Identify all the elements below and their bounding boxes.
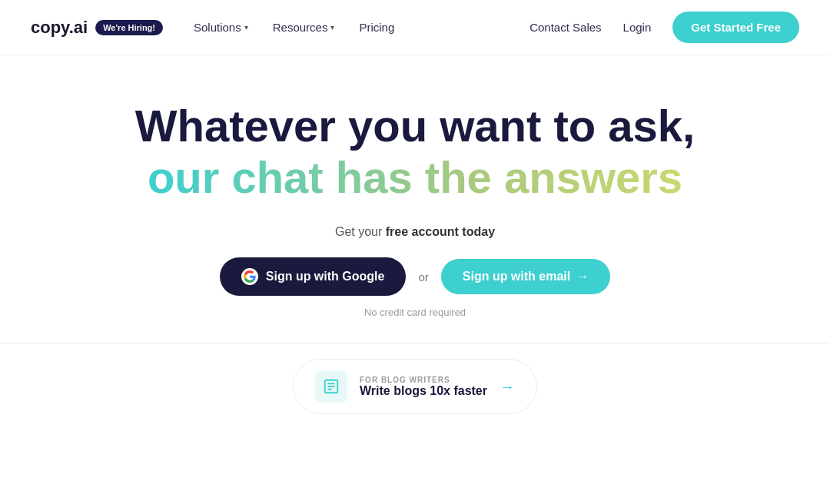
nav-right: Contact Sales Login Get Started Free bbox=[530, 12, 799, 43]
blog-text: FOR BLOG WRITERS Write blogs 10x faster bbox=[360, 376, 487, 398]
blog-arrow-icon[interactable]: → bbox=[500, 378, 515, 396]
no-credit-card-text: No credit card required bbox=[364, 307, 466, 318]
logo-area: copy.ai We're Hiring! bbox=[31, 18, 163, 38]
or-text: or bbox=[418, 270, 428, 284]
signup-email-button[interactable]: Sign up with email → bbox=[441, 259, 610, 294]
hero-subtitle: Get your free account today bbox=[335, 225, 495, 239]
chevron-down-icon: ▾ bbox=[330, 23, 334, 32]
blog-card[interactable]: FOR BLOG WRITERS Write blogs 10x faster … bbox=[293, 359, 537, 414]
arrow-icon: → bbox=[576, 270, 589, 284]
blog-card-row: FOR BLOG WRITERS Write blogs 10x faster … bbox=[0, 343, 830, 429]
nav-pricing[interactable]: Pricing bbox=[359, 21, 394, 34]
navbar: copy.ai We're Hiring! Solutions ▾ Resour… bbox=[0, 0, 830, 55]
hero-buttons: Sign up with Google or Sign up with emai… bbox=[220, 257, 610, 296]
hiring-badge[interactable]: We're Hiring! bbox=[95, 20, 163, 35]
hero-section: Whatever you want to ask, our chat has t… bbox=[0, 55, 830, 318]
nav-resources[interactable]: Resources ▾ bbox=[273, 21, 335, 34]
blog-title: Write blogs 10x faster bbox=[360, 384, 487, 398]
blog-icon bbox=[315, 370, 347, 403]
login-link[interactable]: Login bbox=[623, 21, 652, 34]
hero-title-line1: Whatever you want to ask, bbox=[135, 101, 695, 151]
nav-solutions[interactable]: Solutions ▾ bbox=[194, 21, 248, 34]
get-started-button[interactable]: Get Started Free bbox=[672, 12, 799, 43]
nav-links: Solutions ▾ Resources ▾ Pricing bbox=[194, 21, 530, 34]
blog-label: FOR BLOG WRITERS bbox=[360, 376, 487, 384]
google-icon bbox=[241, 268, 258, 285]
logo-text[interactable]: copy.ai bbox=[31, 18, 88, 38]
hero-title-line2: our chat has the answers bbox=[148, 151, 682, 204]
signup-google-button[interactable]: Sign up with Google bbox=[220, 257, 407, 296]
chevron-down-icon: ▾ bbox=[244, 23, 248, 32]
contact-sales-link[interactable]: Contact Sales bbox=[530, 21, 601, 34]
